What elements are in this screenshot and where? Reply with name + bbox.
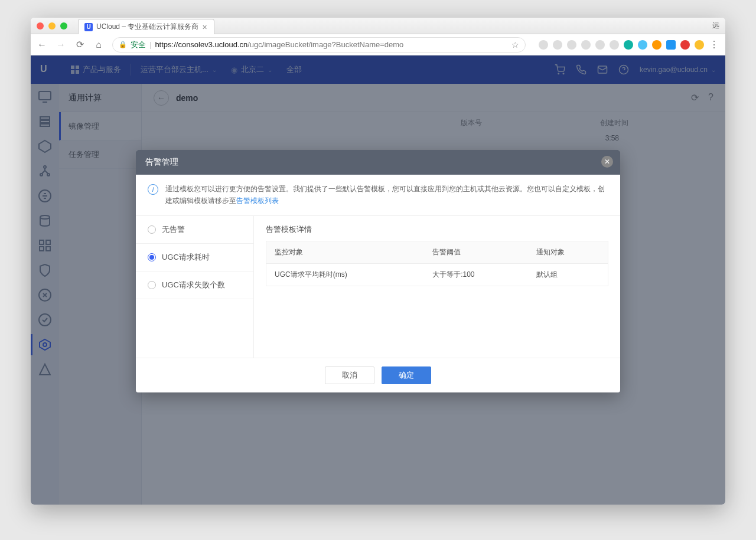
modal-body: 无告警 UGC请求耗时 UGC请求失败个数 告警模板详情 监控对象 告警阈值 通… (136, 216, 620, 358)
modal-header: 告警管理 ✕ (136, 150, 620, 175)
template-list-link[interactable]: 告警模板列表 (236, 197, 279, 205)
back-icon[interactable]: ← (37, 40, 47, 50)
radio-icon (148, 281, 156, 289)
bookmark-icon[interactable]: ☆ (511, 40, 519, 50)
ext-icon[interactable] (567, 40, 576, 50)
browser-window: U UCloud – 专业基础云计算服务商 × 远 ← → ⟳ ⌂ 🔒 安全 |… (31, 18, 725, 505)
traffic-lights (37, 22, 67, 30)
maximize-window[interactable] (60, 22, 67, 30)
lock-icon: 🔒 (119, 41, 127, 48)
modal-overlay[interactable]: 告警管理 ✕ i 通过模板您可以进行更方便的告警设置。我们提供了一些默认告警模板… (31, 55, 725, 505)
ext-icon[interactable] (680, 40, 690, 50)
template-detail: 告警模板详情 监控对象 告警阈值 通知对象 UGC请求平均耗时(ms) 大于等于… (254, 216, 620, 358)
cancel-button[interactable]: 取消 (325, 366, 374, 384)
ext-icon[interactable] (638, 40, 647, 50)
ext-icon[interactable] (539, 40, 548, 50)
modal-title: 告警管理 (145, 157, 178, 168)
menu-icon[interactable]: ⋮ (709, 39, 719, 50)
info-icon: i (148, 184, 158, 195)
forward-icon[interactable]: → (56, 40, 66, 50)
ext-icon[interactable] (610, 40, 619, 50)
table-row: UGC请求平均耗时(ms) 大于等于:100 默认组 (266, 263, 608, 286)
favicon-icon: U (84, 23, 93, 31)
mac-titlebar: U UCloud – 专业基础云计算服务商 × 远 (31, 18, 725, 34)
option-ugc-latency[interactable]: UGC请求耗时 (136, 244, 253, 271)
browser-toolbar: ← → ⟳ ⌂ 🔒 安全 | https://consolev3.ucloud.… (31, 34, 725, 55)
ext-icon[interactable] (624, 40, 633, 50)
radio-icon (148, 225, 156, 234)
tab-close-icon[interactable]: × (202, 24, 208, 30)
home-icon[interactable]: ⌂ (93, 40, 104, 50)
confirm-button[interactable]: 确定 (382, 366, 431, 384)
browser-tab[interactable]: U UCloud – 专业基础云计算服务商 × (78, 19, 214, 34)
option-no-alarm[interactable]: 无告警 (136, 216, 253, 244)
profile-badge[interactable]: 远 (712, 21, 719, 31)
th-notify: 通知对象 (528, 241, 608, 263)
ext-icon[interactable] (595, 40, 605, 50)
detail-title: 告警模板详情 (266, 224, 608, 235)
ext-icon[interactable] (581, 40, 591, 50)
close-window[interactable] (37, 22, 44, 30)
modal-footer: 取消 确定 (136, 358, 620, 392)
app-root: U 产品与服务 运营平台部云主机... ⌄ ◉ 北京二 ⌄ 全部 (31, 55, 725, 505)
minimize-window[interactable] (48, 22, 56, 30)
url-text: https://consolev3.ucloud.cn/ugc/imageBuc… (155, 40, 403, 49)
close-icon[interactable]: ✕ (601, 156, 613, 168)
info-text: 通过模板您可以进行更方便的告警设置。我们提供了一些默认告警模板，您可以直接应用到… (165, 185, 605, 205)
template-options: 无告警 UGC请求耗时 UGC请求失败个数 (136, 216, 254, 358)
alarm-modal: 告警管理 ✕ i 通过模板您可以进行更方便的告警设置。我们提供了一些默认告警模板… (136, 150, 620, 392)
ext-icon[interactable] (553, 40, 562, 50)
th-threshold: 告警阈值 (424, 241, 528, 263)
ext-icon[interactable] (652, 40, 662, 50)
extensions: ⋮ (539, 39, 719, 50)
modal-info: i 通过模板您可以进行更方便的告警设置。我们提供了一些默认告警模板，您可以直接应… (136, 175, 620, 216)
address-bar[interactable]: 🔒 安全 | https://consolev3.ucloud.cn/ugc/i… (112, 37, 526, 53)
ext-icon[interactable] (695, 40, 704, 50)
secure-label: 安全 (131, 40, 146, 50)
ext-icon[interactable] (666, 40, 676, 50)
radio-icon (148, 253, 156, 261)
option-ugc-failures[interactable]: UGC请求失败个数 (136, 271, 253, 299)
reload-icon[interactable]: ⟳ (74, 39, 85, 50)
alarm-table: 监控对象 告警阈值 通知对象 UGC请求平均耗时(ms) 大于等于:100 默认… (266, 241, 608, 286)
th-target: 监控对象 (266, 241, 425, 263)
tab-title: UCloud – 专业基础云计算服务商 (96, 22, 198, 32)
